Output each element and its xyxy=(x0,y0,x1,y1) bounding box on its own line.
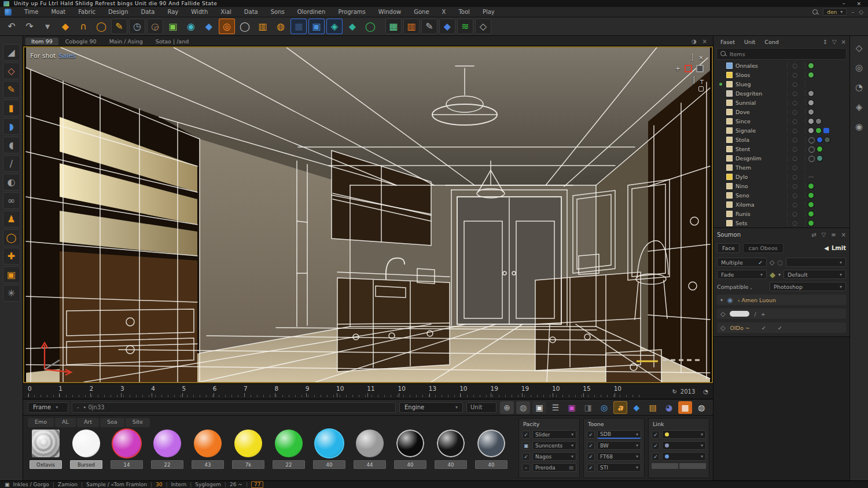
checkbox-toone-2[interactable]: ✓ xyxy=(587,453,595,461)
object-row-sloos[interactable]: Sloos◌ xyxy=(718,70,849,79)
material-swatch-6[interactable]: 22 xyxy=(271,430,307,469)
strip-shield-outline-icon[interactable]: ◇ xyxy=(856,43,863,53)
menu-item-data-8[interactable]: Data xyxy=(238,8,264,16)
toolbar-toolbox-tool[interactable]: ▥ xyxy=(403,19,420,34)
menu-right-icon-1[interactable]: ◇ xyxy=(859,9,863,15)
toolbar-chest-tool[interactable]: ▥ xyxy=(255,19,271,34)
chevron-down-icon[interactable]: ▾ xyxy=(778,272,781,277)
visibility-toggle-icon[interactable]: ◌ xyxy=(787,109,802,115)
timeline-tick-7[interactable]: 7 xyxy=(244,385,274,399)
check-icon[interactable]: ✓ xyxy=(778,325,782,331)
toolbar-gray-ring-tool[interactable]: ◯ xyxy=(237,19,253,34)
lefttool-bag-tool[interactable]: ◖ xyxy=(3,137,20,153)
gizmo-bar-icon[interactable]: │ xyxy=(692,76,696,85)
object-row-signale[interactable]: Signale◌ xyxy=(718,126,849,135)
check-icon[interactable]: ✓ xyxy=(762,325,766,331)
transport-target-icon[interactable]: ◎ xyxy=(597,401,611,414)
checkbox-pacity-0[interactable]: ✓ xyxy=(522,431,530,439)
attributes-header-icon-0[interactable]: ⇄ xyxy=(811,232,816,238)
material-sphere-3[interactable] xyxy=(153,430,181,457)
dot-tag-icon[interactable] xyxy=(817,137,822,142)
ring-tag-icon[interactable]: ◯ xyxy=(808,137,815,142)
strip-paw-outline-icon[interactable]: ◈ xyxy=(856,102,863,112)
dot-tag-icon[interactable] xyxy=(808,91,814,96)
menu-item-x-14[interactable]: X xyxy=(436,8,452,16)
menu-item-window-12[interactable]: Window xyxy=(373,8,407,16)
visibility-toggle-icon[interactable]: ◌ xyxy=(787,155,802,162)
object-row-stent[interactable]: Stent◌◯ xyxy=(718,144,849,153)
menu-item-moat-1[interactable]: Moat xyxy=(45,8,71,16)
gizmo-add-icon[interactable]: + xyxy=(675,64,681,73)
material-diamond-icon[interactable]: ◆ xyxy=(770,270,775,279)
timeline-tick-5[interactable]: 5 xyxy=(182,385,212,399)
toolbar-dial-a-tool[interactable]: ◷ xyxy=(129,19,145,34)
object-row-sunnial[interactable]: Sunnial◌ xyxy=(718,98,849,107)
dot-tag-icon[interactable] xyxy=(808,184,814,189)
toolbar-ring-green-tool[interactable]: ◯ xyxy=(362,19,378,34)
gizmo-small-box-icon[interactable] xyxy=(698,86,704,91)
menu-item-data-4[interactable]: Data xyxy=(135,8,161,16)
toone-select-3[interactable]: STI▾ xyxy=(597,463,641,472)
material-sphere-1[interactable] xyxy=(72,430,100,457)
material-label-9[interactable]: 40 xyxy=(394,460,426,469)
timeline-tick-1[interactable]: 1 xyxy=(58,385,89,399)
strip-swirl-outline-icon[interactable]: ◉ xyxy=(855,122,863,132)
material-tab-art-2[interactable]: Art xyxy=(77,418,99,427)
minimize-button[interactable]: – xyxy=(839,1,849,6)
timeline-tick-13[interactable]: 13 xyxy=(429,385,459,399)
checkbox-toone-0[interactable]: ✓ xyxy=(587,431,595,439)
diamond-icon[interactable]: ◇ xyxy=(770,259,774,266)
object-row-slueg[interactable]: Slueg◌ xyxy=(718,79,849,89)
menu-item-xial-7[interactable]: Xial xyxy=(215,8,237,16)
menu-item-width-6[interactable]: Width xyxy=(185,8,214,16)
workspace-select[interactable]: den ▾ xyxy=(823,8,847,16)
dot-tag-icon[interactable] xyxy=(808,109,814,115)
material-label-10[interactable]: 40 xyxy=(435,460,467,469)
timeline-tick-9[interactable]: 9 xyxy=(306,385,336,399)
dot-tag-icon[interactable] xyxy=(808,128,814,133)
attributes-header-icon-1[interactable]: ▽ xyxy=(822,232,826,238)
menu-right-icon-0[interactable]: – xyxy=(851,9,854,15)
transport-lamp-icon[interactable]: ◍ xyxy=(694,401,708,414)
material-swatch-9[interactable]: 40 xyxy=(392,430,428,469)
search-icon[interactable] xyxy=(812,9,818,15)
dot-tag-icon[interactable] xyxy=(808,202,814,207)
lefttool-lasso-diamond-tool[interactable]: ◇ xyxy=(3,63,20,79)
toolbar-cube-dark-tool[interactable]: ■ xyxy=(290,19,307,34)
object-manager-tab-faset[interactable]: Faset xyxy=(717,38,738,46)
viewport-tab-sotao-and[interactable]: Sotao | /and xyxy=(150,38,195,45)
material-swatch-4[interactable]: 43 xyxy=(190,430,226,469)
menu-item-fabric-2[interactable]: Fabric xyxy=(72,8,101,16)
lefttool-shape-tool[interactable]: ◐ xyxy=(3,174,20,190)
menu-item-ray-5[interactable]: Ray xyxy=(161,8,184,16)
material-sphere-7[interactable] xyxy=(315,430,343,457)
default-select[interactable]: Default ▾ xyxy=(784,270,846,279)
material-label-7[interactable]: 40 xyxy=(313,460,345,469)
visibility-toggle-icon[interactable]: ◌ xyxy=(787,192,802,199)
checkbox-link-0[interactable]: ✓ xyxy=(652,431,660,439)
transport-sphere-icon[interactable]: ◕ xyxy=(662,401,676,414)
clock-icon[interactable]: ◔ xyxy=(703,388,708,395)
toolbar-undo[interactable]: ↶ xyxy=(3,19,20,34)
material-label-5[interactable]: 7k xyxy=(232,460,264,469)
compatibility-select[interactable]: Photoshop ▾ xyxy=(770,282,846,291)
toolbar-dial-b-tool[interactable]: ◶ xyxy=(147,19,163,34)
unit-field[interactable]: Unit xyxy=(466,402,496,413)
checkbox-toone-3[interactable]: ✓ xyxy=(587,464,595,472)
timeline-tick-17[interactable]: 10 xyxy=(552,385,583,399)
object-row-onnales[interactable]: Onnales◌ xyxy=(718,61,849,70)
viewport-tab-cobogle-90[interactable]: Cobogle 90 xyxy=(60,38,102,45)
material-sphere-6[interactable] xyxy=(275,430,303,457)
material-sphere-2[interactable] xyxy=(113,430,141,457)
object-row-stola[interactable]: Stola◌◯ xyxy=(718,135,849,144)
visibility-toggle-icon[interactable]: ◌ xyxy=(787,63,802,69)
timeline-tick-8[interactable]: 8 xyxy=(274,385,305,399)
transport-globe-icon[interactable]: ⊕ xyxy=(500,401,514,414)
object-manager-header-icon-1[interactable]: ▽ xyxy=(832,39,837,45)
lefttool-circle-tool[interactable]: ◯ xyxy=(3,229,20,246)
timeline-tick-4[interactable]: 4 xyxy=(151,385,182,399)
toolbar-flask-tool[interactable]: ◇ xyxy=(475,19,491,34)
transport-half-icon[interactable]: ◨ xyxy=(581,401,595,414)
material-sphere-5[interactable] xyxy=(234,430,262,457)
timeline-tick-14[interactable]: 10 xyxy=(459,385,490,399)
